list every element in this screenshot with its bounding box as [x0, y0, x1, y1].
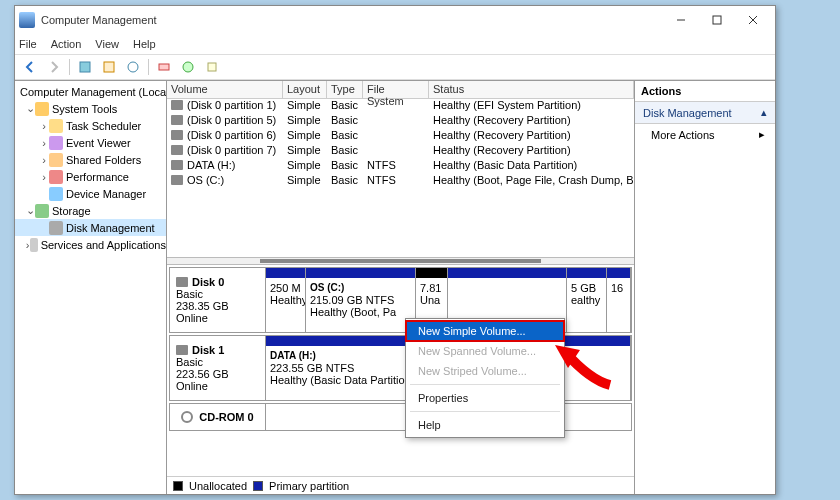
back-button[interactable] [19, 57, 41, 77]
volume-block[interactable]: 16 [607, 268, 631, 332]
tree-performance[interactable]: Performance [66, 171, 129, 183]
menu-action[interactable]: Action [51, 38, 82, 50]
splitter[interactable] [167, 257, 634, 265]
actions-section[interactable]: Disk Management▴ [635, 102, 775, 124]
disk-icon [171, 175, 183, 185]
disk-info[interactable]: Disk 1 Basic 223.56 GB Online [170, 336, 266, 400]
menu-separator [410, 384, 560, 385]
list-item[interactable]: DATA (H:)SimpleBasicNTFSHealthy (Basic D… [167, 159, 634, 174]
tree-device-manager[interactable]: Device Manager [66, 188, 146, 200]
tree-root[interactable]: Computer Management (Local) [20, 86, 167, 98]
legend: Unallocated Primary partition [167, 476, 634, 494]
list-item[interactable]: (Disk 0 partition 6)SimpleBasicHealthy (… [167, 129, 634, 144]
actions-header: Actions [635, 81, 775, 102]
navigation-tree[interactable]: Computer Management (Local) ⌄System Tool… [15, 81, 167, 494]
toolbar [15, 54, 775, 80]
chevron-right-icon: ▸ [759, 128, 765, 141]
col-type[interactable]: Type [327, 81, 363, 98]
menu-help[interactable]: Help [133, 38, 156, 50]
menu-view[interactable]: View [95, 38, 119, 50]
menu-separator [410, 411, 560, 412]
svg-point-6 [128, 62, 138, 72]
svg-rect-1 [713, 16, 721, 24]
disk-icon [171, 100, 183, 110]
toolbar-icon[interactable] [74, 57, 96, 77]
forward-button[interactable] [43, 57, 65, 77]
menu-properties[interactable]: Properties [406, 388, 564, 408]
menu-file[interactable]: File [19, 38, 37, 50]
collapse-icon: ▴ [761, 106, 767, 119]
disk-icon [171, 115, 183, 125]
disk-icon [171, 145, 183, 155]
svg-rect-7 [159, 64, 169, 70]
svg-point-8 [183, 62, 193, 72]
annotation-arrow [550, 340, 620, 392]
list-item[interactable]: (Disk 0 partition 1)SimpleBasicHealthy (… [167, 99, 634, 114]
tree-storage[interactable]: Storage [52, 205, 91, 217]
menu-new-striped-volume: New Striped Volume... [406, 361, 564, 381]
svg-rect-5 [104, 62, 114, 72]
tree-event-viewer[interactable]: Event Viewer [66, 137, 131, 149]
menu-new-simple-volume[interactable]: New Simple Volume... [406, 321, 564, 341]
context-menu: New Simple Volume... New Spanned Volume.… [405, 318, 565, 438]
legend-primary: Primary partition [269, 480, 349, 492]
col-status[interactable]: Status [429, 81, 634, 98]
col-volume[interactable]: Volume [167, 81, 283, 98]
volume-block[interactable]: OS (C:)215.09 GB NTFSHealthy (Boot, Pa [306, 268, 416, 332]
volume-list-header[interactable]: Volume Layout Type File System Status [167, 81, 634, 99]
legend-unallocated: Unallocated [189, 480, 247, 492]
volume-block[interactable]: 250 MHealthy [266, 268, 306, 332]
disk-icon [176, 345, 188, 355]
minimize-button[interactable] [663, 8, 699, 32]
list-item[interactable]: (Disk 0 partition 5)SimpleBasicHealthy (… [167, 114, 634, 129]
maximize-button[interactable] [699, 8, 735, 32]
list-item[interactable]: OS (C:)SimpleBasicNTFSHealthy (Boot, Pag… [167, 174, 634, 189]
volume-list[interactable]: (Disk 0 partition 1)SimpleBasicHealthy (… [167, 99, 634, 257]
tree-disk-management[interactable]: Disk Management [66, 222, 155, 234]
tree-services-apps[interactable]: Services and Applications [41, 239, 166, 251]
toolbar-icon[interactable] [153, 57, 175, 77]
actions-more[interactable]: More Actions▸ [635, 124, 775, 145]
volume-block[interactable]: 5 GBealthy [567, 268, 607, 332]
cdrom-icon [181, 411, 193, 423]
computer-management-window: Computer Management File Action View Hel… [14, 5, 776, 495]
tree-shared-folders[interactable]: Shared Folders [66, 154, 141, 166]
disk-icon [176, 277, 188, 287]
help-button[interactable] [177, 57, 199, 77]
disk-icon [171, 160, 183, 170]
menu-help[interactable]: Help [406, 415, 564, 435]
tree-task-scheduler[interactable]: Task Scheduler [66, 120, 141, 132]
col-fs[interactable]: File System [363, 81, 429, 98]
toolbar-icon[interactable] [122, 57, 144, 77]
toolbar-icon[interactable] [201, 57, 223, 77]
svg-rect-9 [208, 63, 216, 71]
disk-info[interactable]: CD-ROM 0 [170, 404, 266, 430]
svg-rect-4 [80, 62, 90, 72]
app-icon [19, 12, 35, 28]
col-layout[interactable]: Layout [283, 81, 327, 98]
menubar: File Action View Help [15, 34, 775, 54]
list-item[interactable]: (Disk 0 partition 7)SimpleBasicHealthy (… [167, 144, 634, 159]
disk-icon [171, 130, 183, 140]
legend-swatch-unallocated [173, 481, 183, 491]
menu-new-spanned-volume: New Spanned Volume... [406, 341, 564, 361]
disk-info[interactable]: Disk 0 Basic 238.35 GB Online [170, 268, 266, 332]
actions-pane: Actions Disk Management▴ More Actions▸ [635, 81, 775, 494]
refresh-button[interactable] [98, 57, 120, 77]
close-button[interactable] [735, 8, 771, 32]
legend-swatch-primary [253, 481, 263, 491]
titlebar[interactable]: Computer Management [15, 6, 775, 34]
tree-system-tools[interactable]: System Tools [52, 103, 117, 115]
window-title: Computer Management [41, 14, 663, 26]
